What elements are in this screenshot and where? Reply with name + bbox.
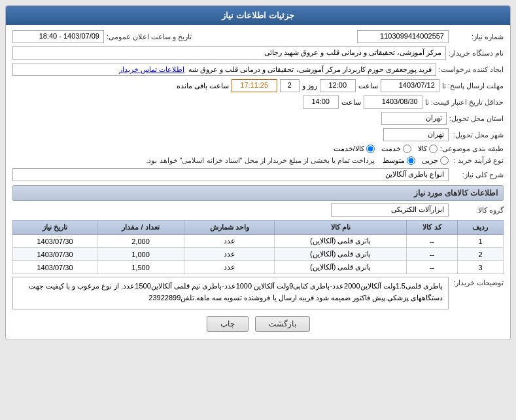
table-row: 1--باتری قلمی (آلکالاین)عدد2,0001403/07/… [13, 235, 504, 248]
cell-name: باتری قلمی (آلکالاین) [275, 248, 407, 261]
jadval-label: حداقل تاریخ اعتبار قیمت: تا [425, 98, 504, 107]
cell-radif: 3 [457, 261, 503, 274]
main-panel: جزئیات اطلاعات نیاز شماره نیاز: 11030994… [5, 5, 511, 340]
buyer-notes-value: باطری قلمی1.5ولت آلکالاین2000عدد-باطری ک… [12, 277, 449, 309]
noe-farayand-note: پرداخت تمام یا بخشی از مبلغ خریدار از مح… [146, 156, 375, 165]
ostan-label: استان محل تحویل: [449, 114, 504, 123]
row-jadval: حداقل تاریخ اعتبار قیمت: تا 1403/08/30 س… [12, 96, 504, 109]
tarikh-value: 1403/07/09 - 18:40 [12, 30, 104, 43]
col-code: کد کالا [407, 220, 458, 235]
cell-code: -- [407, 248, 458, 261]
row-grohe-kala: گروه کالا: ابزارآلات الکتریکی [12, 203, 504, 217]
cell-tarikh: 1403/07/30 [13, 235, 97, 248]
tabaqe-option-khedmat[interactable]: خدمت [381, 145, 411, 153]
cell-tedad: 1,000 [97, 248, 184, 261]
shahr-value: تهران [383, 128, 449, 141]
grohe-kala-value: ابزارآلات الکتریکی [331, 203, 449, 217]
row-mohlat: مهلت ارسال پاسخ: تا 1403/07/12 ساعت 12:0… [12, 79, 504, 92]
cell-radif: 1 [457, 235, 503, 248]
sareh-niaz-value: انواع باطری آلکالاین [12, 168, 449, 181]
buyer-notes-label: توضیحات خریدار: [451, 277, 504, 287]
mohlat-baki-value: 17:11:25 [232, 79, 277, 92]
cell-tedad: 2,000 [97, 235, 184, 248]
jadval-saat-label: ساعت [341, 98, 361, 107]
btn-row: بازگشت چاپ [12, 316, 504, 332]
mohlat-rooz-label: روز و [302, 82, 317, 90]
tabaqe-option-kala-khedmat[interactable]: کالا/خدمت [334, 145, 375, 153]
cell-radif: 2 [457, 248, 503, 261]
row-ostan: استان محل تحویل: تهران [12, 112, 504, 125]
mohlat-baki-label: ساعت باقی مانده [177, 82, 229, 90]
col-vahed: واحد شمارش [184, 220, 274, 235]
kala-table-container: ردیف کد کالا نام کالا واحد شمارش تعداد /… [12, 220, 504, 274]
noe-farayand-label: نوع فرآیند خرید : [451, 156, 504, 165]
jadval-date: 1403/08/30 [364, 96, 422, 109]
row-shomara: شماره نیاز: 1103099414002557 تاریخ و ساع… [12, 30, 504, 43]
ijad-link[interactable]: اطلاعات تماس خریدار [119, 65, 184, 74]
ijad-value-text: فرید پورجعفری حوزم کاربردار مرکز آموزشی،… [188, 65, 432, 74]
panel-title: جزئیات اطلاعات نیاز [222, 10, 294, 20]
row-shahr: شهر محل تحویل: تهران [12, 128, 504, 141]
cell-name: باتری قلمی (آلکالاین) [275, 261, 407, 274]
col-name: نام کالا [275, 220, 407, 235]
kala-table: ردیف کد کالا نام کالا واحد شمارش تعداد /… [12, 220, 504, 274]
cell-vahed: عدد [184, 235, 274, 248]
mohlat-date: 1403/07/12 [381, 79, 439, 92]
col-tedad: تعداد / مقدار [97, 220, 184, 235]
shomara-niaz-label: شماره نیاز: [451, 33, 504, 41]
cell-vahed: عدد [184, 261, 274, 274]
ijad-value-box: فرید پورجعفری حوزم کاربردار مرکز آموزشی،… [12, 63, 436, 76]
print-button[interactable]: چاپ [207, 316, 249, 332]
info-kalaha-title: اطلاعات کالاهای مورد نیاز [12, 185, 504, 201]
page-wrapper: جزئیات اطلاعات نیاز شماره نیاز: 11030994… [0, 0, 516, 345]
table-header-row: ردیف کد کالا نام کالا واحد شمارش تعداد /… [13, 220, 504, 235]
ostan-value: تهران [381, 112, 447, 125]
cell-tarikh: 1403/07/30 [13, 248, 97, 261]
grohe-kala-label: گروه کالا: [451, 206, 504, 215]
panel-body: شماره نیاز: 1103099414002557 تاریخ و ساع… [6, 25, 510, 340]
sareh-niaz-label: شرح کلی نیاز: [451, 171, 504, 179]
shahr-label: شهر محل تحویل: [451, 131, 504, 139]
back-button[interactable]: بازگشت [255, 316, 310, 332]
tarikh-label: تاریخ و ساعت اعلان عمومی: [107, 33, 192, 41]
noe-farayand-radio-group: جزیی متوسط [383, 156, 449, 165]
mohlat-saat-value: 12:00 [320, 79, 356, 92]
row-sareh: شرح کلی نیاز: انواع باطری آلکالاین [12, 168, 504, 181]
mohlat-label: مهلت ارسال پاسخ: تا [442, 82, 504, 90]
row-noe-farayand: نوع فرآیند خرید : جزیی متوسط پرداخت تمام… [12, 156, 504, 165]
nam-dastgah-value: مرکز آموزشی، تحقیقاتی و درمانی قلب و عرو… [12, 46, 446, 60]
shomara-niaz-value: 1103099414002557 [357, 30, 449, 43]
col-tarikh: تاریخ نیاز [13, 220, 97, 235]
table-row: 3--باتری قلمی (آلکالاین)عدد1,5001403/07/… [13, 261, 504, 274]
noe-farayand-option-jozi[interactable]: جزیی [422, 156, 449, 165]
row-tabaqe: طبقه بندی موضوعی: کالا خدمت کالا/خدمت [12, 145, 504, 153]
cell-tarikh: 1403/07/30 [13, 261, 97, 274]
panel-header: جزئیات اطلاعات نیاز [6, 6, 510, 25]
cell-tedad: 1,500 [97, 261, 184, 274]
cell-name: باتری قلمی (آلکالاین) [275, 235, 407, 248]
cell-code: -- [407, 261, 458, 274]
notes-row: توضیحات خریدار: باطری قلمی1.5ولت آلکالای… [12, 277, 504, 312]
nam-dastgah-label: نام دستگاه خریدار: [449, 49, 504, 58]
noe-farayand-option-motavaset[interactable]: متوسط [383, 156, 415, 165]
col-radif: ردیف [457, 220, 503, 235]
ijad-label: ایجاد کننده درخواست: [439, 65, 504, 74]
table-row: 2--باتری قلمی (آلکالاین)عدد1,0001403/07/… [13, 248, 504, 261]
tabaqe-label: طبقه بندی موضوعی: [440, 145, 504, 153]
cell-vahed: عدد [184, 248, 274, 261]
tabaqe-option-kala[interactable]: کالا [418, 145, 438, 153]
cell-code: -- [407, 235, 458, 248]
mohlat-rooz-value: 2 [280, 79, 300, 92]
row-nam-dastgah: نام دستگاه خریدار: مرکز آموزشی، تحقیقاتی… [12, 46, 504, 60]
row-ijad: ایجاد کننده درخواست: فرید پورجعفری حوزم … [12, 63, 504, 76]
tabaqe-radio-group: کالا خدمت کالا/خدمت [334, 145, 438, 153]
mohlat-saat-label: ساعت [358, 82, 378, 90]
jadval-saat-value: 14:00 [303, 96, 339, 109]
